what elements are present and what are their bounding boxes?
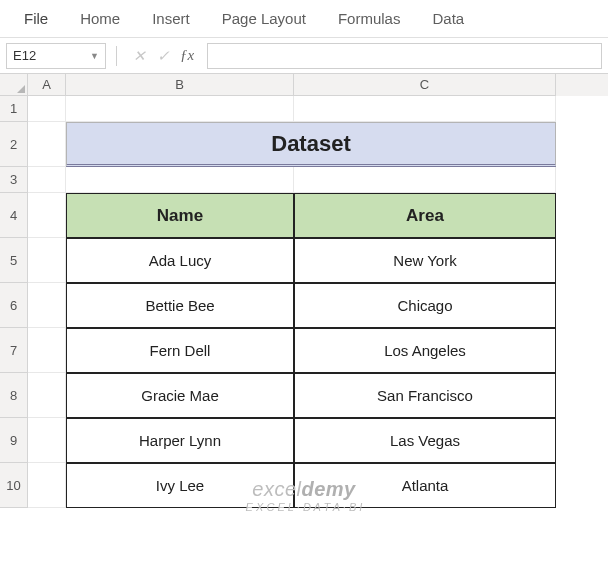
cell-area[interactable]: Chicago bbox=[294, 283, 556, 328]
cell[interactable] bbox=[294, 96, 556, 122]
column-headers: A B C bbox=[0, 74, 608, 96]
ribbon-tab-insert[interactable]: Insert bbox=[136, 0, 206, 37]
ribbon-tab-home[interactable]: Home bbox=[64, 0, 136, 37]
cell[interactable] bbox=[66, 96, 294, 122]
cell[interactable] bbox=[28, 167, 66, 193]
grid-rows: 1 2 Dataset 3 4 Name Area 5 Ada Lucy Ne bbox=[0, 96, 608, 508]
cell[interactable] bbox=[66, 167, 294, 193]
cancel-icon[interactable]: ✕ bbox=[127, 47, 151, 65]
table-row: 6 Bettie Bee Chicago bbox=[0, 283, 608, 328]
row-header[interactable]: 2 bbox=[0, 122, 28, 167]
ribbon-tabs: File Home Insert Page Layout Formulas Da… bbox=[0, 0, 608, 38]
chevron-down-icon: ▼ bbox=[90, 51, 99, 61]
cell-name[interactable]: Ivy Lee bbox=[66, 463, 294, 508]
cell-name[interactable]: Fern Dell bbox=[66, 328, 294, 373]
cell[interactable] bbox=[28, 328, 66, 373]
cell[interactable] bbox=[294, 167, 556, 193]
row-header[interactable]: 3 bbox=[0, 167, 28, 193]
row-header[interactable]: 9 bbox=[0, 418, 28, 463]
cell[interactable] bbox=[28, 238, 66, 283]
cell-area[interactable]: Atlanta bbox=[294, 463, 556, 508]
cell[interactable] bbox=[28, 193, 66, 238]
formula-bar-row: E12 ▼ ✕ ✓ ƒx bbox=[0, 38, 608, 74]
cell-name[interactable]: Harper Lynn bbox=[66, 418, 294, 463]
cell-area[interactable]: Los Angeles bbox=[294, 328, 556, 373]
grid-row: 1 bbox=[0, 96, 608, 122]
spreadsheet-grid: A B C 1 2 Dataset 3 4 Name Area bbox=[0, 74, 608, 562]
row-header[interactable]: 10 bbox=[0, 463, 28, 508]
cell-area[interactable]: San Francisco bbox=[294, 373, 556, 418]
table-row: 10 Ivy Lee Atlanta bbox=[0, 463, 608, 508]
table-row: 9 Harper Lynn Las Vegas bbox=[0, 418, 608, 463]
name-box-value: E12 bbox=[13, 48, 36, 63]
table-row: 7 Fern Dell Los Angeles bbox=[0, 328, 608, 373]
ribbon-tab-file[interactable]: File bbox=[8, 0, 64, 37]
cell[interactable] bbox=[28, 122, 66, 167]
cell[interactable] bbox=[28, 463, 66, 508]
cell-area[interactable]: Las Vegas bbox=[294, 418, 556, 463]
cell[interactable] bbox=[28, 373, 66, 418]
row-header[interactable]: 4 bbox=[0, 193, 28, 238]
enter-icon[interactable]: ✓ bbox=[151, 47, 175, 65]
table-row: 5 Ada Lucy New York bbox=[0, 238, 608, 283]
cell[interactable] bbox=[28, 96, 66, 122]
name-box[interactable]: E12 ▼ bbox=[6, 43, 106, 69]
table-header-name[interactable]: Name bbox=[66, 193, 294, 238]
dataset-banner-cell[interactable]: Dataset bbox=[66, 122, 556, 167]
column-header-b[interactable]: B bbox=[66, 74, 294, 96]
divider bbox=[116, 46, 117, 66]
ribbon-tab-data[interactable]: Data bbox=[416, 0, 480, 37]
row-header[interactable]: 5 bbox=[0, 238, 28, 283]
cell[interactable] bbox=[28, 283, 66, 328]
column-header-a[interactable]: A bbox=[28, 74, 66, 96]
row-header[interactable]: 7 bbox=[0, 328, 28, 373]
table-header-area[interactable]: Area bbox=[294, 193, 556, 238]
ribbon-tab-formulas[interactable]: Formulas bbox=[322, 0, 417, 37]
ribbon-tab-page-layout[interactable]: Page Layout bbox=[206, 0, 322, 37]
row-header[interactable]: 8 bbox=[0, 373, 28, 418]
grid-row: 3 bbox=[0, 167, 608, 193]
formula-input[interactable] bbox=[207, 43, 602, 69]
row-header[interactable]: 1 bbox=[0, 96, 28, 122]
select-all-button[interactable] bbox=[0, 74, 28, 96]
cell[interactable] bbox=[28, 418, 66, 463]
cell-name[interactable]: Gracie Mae bbox=[66, 373, 294, 418]
cell-name[interactable]: Ada Lucy bbox=[66, 238, 294, 283]
fx-icon[interactable]: ƒx bbox=[175, 47, 199, 64]
grid-row: 2 Dataset bbox=[0, 122, 608, 167]
grid-row: 4 Name Area bbox=[0, 193, 608, 238]
cell-area[interactable]: New York bbox=[294, 238, 556, 283]
column-header-c[interactable]: C bbox=[294, 74, 556, 96]
row-header[interactable]: 6 bbox=[0, 283, 28, 328]
table-row: 8 Gracie Mae San Francisco bbox=[0, 373, 608, 418]
cell-name[interactable]: Bettie Bee bbox=[66, 283, 294, 328]
